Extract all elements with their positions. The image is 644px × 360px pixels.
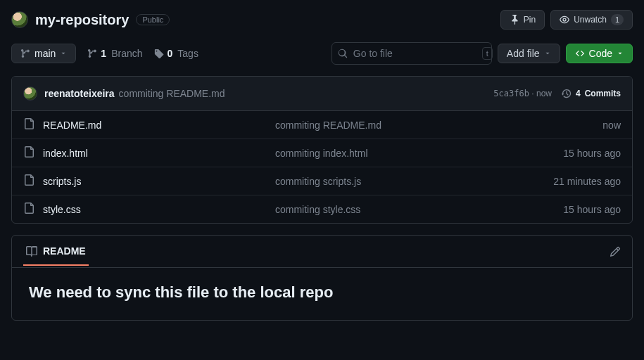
unwatch-button[interactable]: Unwatch 1: [550, 10, 633, 30]
readme-header: README: [12, 236, 632, 268]
commit-author-avatar[interactable]: [23, 86, 37, 101]
file-icon: [23, 118, 43, 131]
file-icon: [23, 202, 43, 216]
repo-title-wrap: my-repository Public: [11, 11, 170, 28]
visibility-badge: Public: [136, 14, 170, 25]
tag-icon: [154, 49, 164, 58]
file-commit-msg[interactable]: commiting style.css: [275, 204, 508, 215]
edit-readme-button[interactable]: [604, 240, 626, 263]
caret-down-icon: [544, 50, 551, 57]
history-icon: [562, 89, 572, 98]
commit-time: now: [536, 89, 552, 98]
branch-name: main: [34, 48, 56, 59]
repo-header: my-repository Public Pin Unwatch 1: [0, 0, 644, 42]
search-icon: [338, 49, 348, 58]
tag-word: Tags: [177, 48, 198, 59]
branch-count: 1: [101, 48, 106, 59]
commits-word: Commits: [585, 89, 621, 98]
readme-box: README We need to sync this file to the …: [11, 235, 633, 321]
readme-body: We need to sync this file to the local r…: [12, 268, 632, 320]
toolbar-left: main 1 Branch 0 Tags: [11, 44, 198, 63]
commit-meta: 5ca3f6b · now 4 Commits: [493, 89, 621, 98]
file-time: 21 minutes ago: [508, 176, 621, 187]
file-row: README.md commiting README.md now: [12, 111, 632, 139]
file-commit-msg[interactable]: commiting README.md: [275, 120, 508, 131]
file-name[interactable]: index.html: [43, 148, 275, 159]
file-time: 15 hours ago: [508, 148, 621, 159]
branch-icon: [20, 49, 30, 58]
file-name[interactable]: style.css: [43, 204, 275, 215]
file-name[interactable]: README.md: [43, 120, 275, 131]
file-commit-msg[interactable]: commiting scripts.js: [275, 176, 508, 187]
caret-down-icon: [617, 50, 624, 57]
header-actions: Pin Unwatch 1: [500, 10, 633, 30]
file-row: style.css commiting style.css 15 hours a…: [12, 195, 632, 223]
code-icon: [575, 49, 585, 58]
file-icon: [23, 146, 43, 160]
pin-button[interactable]: Pin: [500, 10, 545, 30]
readme-tab[interactable]: README: [23, 237, 89, 266]
pencil-icon: [610, 246, 621, 257]
code-button[interactable]: Code: [566, 44, 633, 63]
caret-down-icon: [60, 50, 67, 57]
repo-toolbar: main 1 Branch 0 Tags t Add file Code: [0, 42, 644, 65]
watch-count: 1: [611, 14, 624, 25]
branch-word: Branch: [111, 48, 142, 59]
file-search[interactable]: t: [332, 42, 492, 65]
search-kbd: t: [482, 47, 493, 60]
branches-link[interactable]: 1 Branch: [87, 48, 142, 59]
commit-message[interactable]: commiting README.md: [119, 88, 225, 99]
addfile-label: Add file: [507, 48, 540, 59]
tag-count: 0: [168, 48, 173, 59]
file-search-input[interactable]: [348, 48, 482, 59]
file-name[interactable]: scripts.js: [43, 176, 275, 187]
file-listing-box: reenatoteixeira commiting README.md 5ca3…: [11, 76, 633, 224]
file-time: now: [508, 120, 621, 131]
pin-icon: [510, 15, 519, 25]
commit-sha: 5ca3f6b: [493, 89, 529, 98]
owner-avatar[interactable]: [11, 11, 28, 28]
commits-link[interactable]: 4 Commits: [562, 89, 621, 98]
readme-heading: We need to sync this file to the local r…: [29, 283, 615, 302]
file-time: 15 hours ago: [508, 204, 621, 215]
commit-count: 4: [576, 89, 581, 98]
branch-selector[interactable]: main: [11, 44, 76, 63]
file-row: scripts.js commiting scripts.js 21 minut…: [12, 167, 632, 195]
add-file-button[interactable]: Add file: [498, 44, 560, 63]
code-label: Code: [589, 48, 612, 59]
file-commit-msg[interactable]: commiting index.html: [275, 148, 508, 159]
toolbar-right: t Add file Code: [332, 42, 633, 65]
unwatch-label: Unwatch: [574, 15, 607, 25]
file-icon: [23, 174, 43, 188]
eye-icon: [560, 15, 569, 25]
commit-author[interactable]: reenatoteixeira: [44, 88, 115, 99]
book-icon: [26, 245, 37, 257]
branch-icon: [87, 49, 97, 58]
latest-commit-row: reenatoteixeira commiting README.md 5ca3…: [12, 77, 632, 111]
readme-tab-label: README: [43, 245, 86, 257]
commit-sha-time[interactable]: 5ca3f6b · now: [493, 89, 552, 98]
pin-label: Pin: [524, 15, 536, 25]
file-row: index.html commiting index.html 15 hours…: [12, 139, 632, 167]
repo-name[interactable]: my-repository: [35, 12, 129, 28]
tags-link[interactable]: 0 Tags: [154, 48, 198, 59]
